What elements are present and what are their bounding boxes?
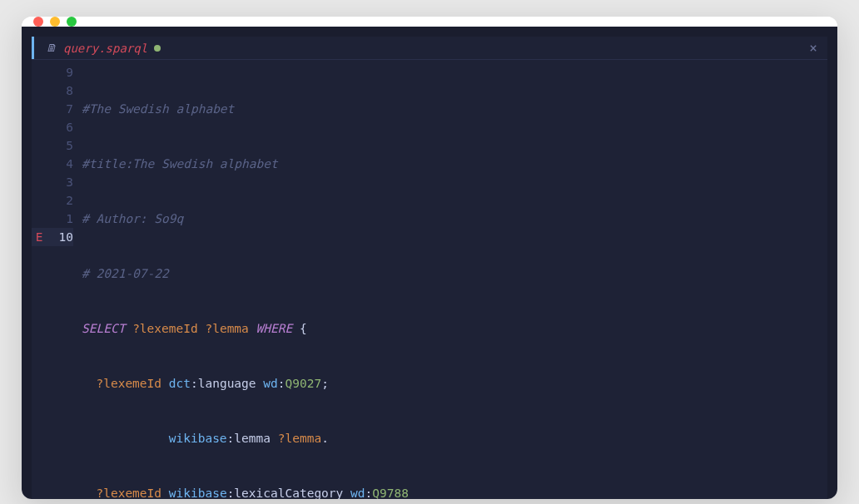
code-line: #title:The Swedish alphabet bbox=[82, 155, 827, 173]
sign-column: E bbox=[32, 63, 47, 499]
file-icon: 🗎 bbox=[46, 42, 57, 54]
macos-titlebar bbox=[22, 17, 837, 27]
tab-filename: query.sparql bbox=[63, 42, 147, 55]
code-area[interactable]: E 9 8 7 6 5 4 3 2 1 10 #The Swedish alph… bbox=[32, 60, 827, 499]
code-line: #The Swedish alphabet bbox=[82, 100, 827, 118]
maximize-button[interactable] bbox=[67, 17, 77, 27]
code-line: ?lexemeId dct:language wd:Q9027; bbox=[82, 374, 827, 393]
close-icon[interactable]: × bbox=[799, 40, 827, 56]
error-sign: E bbox=[32, 228, 47, 246]
editor-frame: 🗎 query.sparql × E bbox=[22, 27, 837, 499]
minimize-button[interactable] bbox=[50, 17, 60, 27]
terminal-window: 🗎 query.sparql × E bbox=[22, 17, 837, 499]
code-line: SELECT ?lexemeId ?lemma WHERE { bbox=[82, 319, 827, 338]
code-line: ?lexemeId wikibase:lexicalCategory wd:Q9… bbox=[82, 484, 827, 499]
code-line: wikibase:lemma ?lemma. bbox=[82, 429, 827, 447]
line-numbers: 9 8 7 6 5 4 3 2 1 10 bbox=[47, 63, 82, 499]
code-content[interactable]: #The Swedish alphabet #title:The Swedish… bbox=[82, 63, 827, 499]
close-button[interactable] bbox=[33, 17, 43, 27]
code-line: # Author: So9q bbox=[82, 210, 827, 228]
editor-pane: 🗎 query.sparql × E bbox=[32, 37, 827, 499]
code-line: # 2021-07-22 bbox=[82, 264, 827, 283]
tab-bar: 🗎 query.sparql × bbox=[32, 37, 827, 60]
modified-indicator bbox=[154, 45, 161, 52]
tab-active[interactable]: 🗎 query.sparql bbox=[32, 37, 172, 59]
